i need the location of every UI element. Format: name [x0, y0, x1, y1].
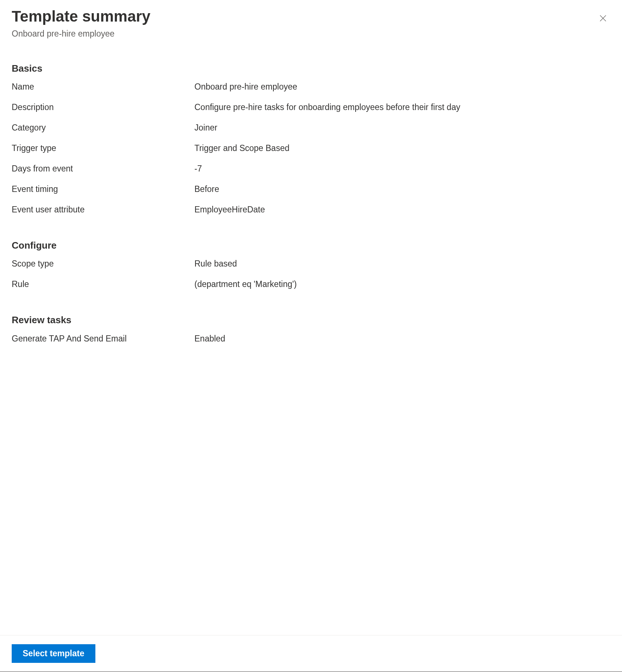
row-scope-type: Scope type Rule based: [12, 258, 610, 278]
section-heading-configure: Configure: [12, 239, 610, 252]
select-template-button[interactable]: Select template: [12, 644, 95, 663]
section-heading-basics: Basics: [12, 62, 610, 75]
row-value: Before: [194, 183, 610, 195]
section-heading-review-tasks: Review tasks: [12, 313, 610, 326]
close-icon: [599, 14, 607, 23]
page-subtitle: Onboard pre-hire employee: [12, 28, 610, 39]
row-value: Joiner: [194, 122, 610, 133]
row-days-from-event: Days from event -7: [12, 163, 610, 183]
row-label: Event timing: [12, 183, 194, 195]
footer: Select template: [0, 635, 622, 672]
row-value: -7: [194, 163, 610, 174]
row-label: Rule: [12, 278, 194, 290]
row-value: Configure pre-hire tasks for onboarding …: [194, 101, 610, 113]
row-label: Scope type: [12, 258, 194, 269]
row-value: Enabled: [194, 333, 610, 344]
row-name: Name Onboard pre-hire employee: [12, 81, 610, 101]
row-label: Event user attribute: [12, 204, 194, 215]
row-description: Description Configure pre-hire tasks for…: [12, 101, 610, 122]
row-label: Category: [12, 122, 194, 133]
row-value: Onboard pre-hire employee: [194, 81, 610, 93]
summary-content: Basics Name Onboard pre-hire employee De…: [12, 62, 610, 404]
close-button[interactable]: [596, 11, 610, 26]
row-label: Description: [12, 101, 194, 113]
page-title: Template summary: [12, 7, 610, 26]
row-label: Days from event: [12, 163, 194, 174]
row-trigger-type: Trigger type Trigger and Scope Based: [12, 142, 610, 163]
row-label: Name: [12, 81, 194, 93]
row-value: Trigger and Scope Based: [194, 142, 610, 154]
row-value: EmployeeHireDate: [194, 204, 610, 215]
row-event-timing: Event timing Before: [12, 183, 610, 204]
row-generate-tap: Generate TAP And Send Email Enabled: [12, 333, 610, 353]
row-event-user-attribute: Event user attribute EmployeeHireDate: [12, 204, 610, 224]
row-value: (department eq 'Marketing'): [194, 278, 610, 290]
row-value: Rule based: [194, 258, 610, 269]
row-category: Category Joiner: [12, 122, 610, 142]
row-label: Generate TAP And Send Email: [12, 333, 194, 344]
row-label: Trigger type: [12, 142, 194, 154]
row-rule: Rule (department eq 'Marketing'): [12, 278, 610, 299]
